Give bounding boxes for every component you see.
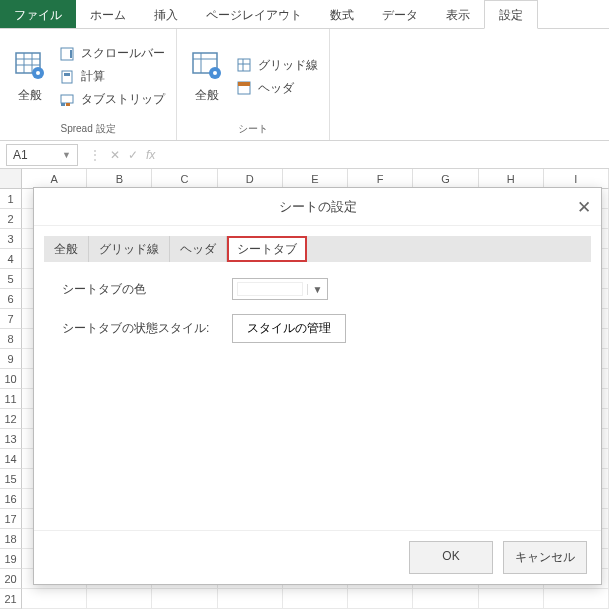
dialog-tab-sheettab[interactable]: シートタブ xyxy=(227,236,307,262)
ribbon-tab-insert[interactable]: 挿入 xyxy=(140,0,192,28)
chevron-down-icon: ▼ xyxy=(62,150,71,160)
scrollbar-label: スクロールバー xyxy=(81,45,165,62)
scrollbar-button[interactable]: スクロールバー xyxy=(54,42,170,65)
col-header[interactable]: C xyxy=(152,169,217,189)
ribbon-content: 全般 スクロールバー 計算 タブストリップ Spread 設定 xyxy=(0,29,609,141)
row-header[interactable]: 8 xyxy=(0,329,22,349)
dialog-tab-gridlines[interactable]: グリッド線 xyxy=(89,236,170,262)
grid-gear-icon xyxy=(14,49,46,81)
cell[interactable] xyxy=(283,589,348,609)
gridlines-label: グリッド線 xyxy=(258,57,318,74)
cell[interactable] xyxy=(22,589,87,609)
ribbon-tab-data[interactable]: データ xyxy=(368,0,432,28)
svg-point-18 xyxy=(213,71,217,75)
col-header[interactable]: D xyxy=(218,169,283,189)
col-header[interactable]: H xyxy=(479,169,544,189)
row-header[interactable]: 20 xyxy=(0,569,22,589)
svg-rect-8 xyxy=(70,50,72,58)
row-header[interactable]: 12 xyxy=(0,409,22,429)
row-header[interactable]: 18 xyxy=(0,529,22,549)
col-header[interactable]: A xyxy=(22,169,87,189)
sheet-tab-status-style-label: シートタブの状態スタイル: xyxy=(62,320,232,337)
row-header[interactable]: 4 xyxy=(0,249,22,269)
ribbon-tab-formula[interactable]: 数式 xyxy=(316,0,368,28)
ribbon-group-spread-label: Spread 設定 xyxy=(6,120,170,138)
tabstrip-button[interactable]: タブストリップ xyxy=(54,88,170,111)
svg-rect-13 xyxy=(66,103,70,106)
ribbon-group-sheet-label: シート xyxy=(183,120,323,138)
select-all-corner[interactable] xyxy=(0,169,22,189)
row-header[interactable]: 7 xyxy=(0,309,22,329)
col-header[interactable]: E xyxy=(283,169,348,189)
general-spread-button[interactable]: 全般 xyxy=(6,33,54,120)
cell[interactable] xyxy=(152,589,217,609)
cell[interactable] xyxy=(479,589,544,609)
ribbon-tab-file[interactable]: ファイル xyxy=(0,0,76,28)
svg-rect-10 xyxy=(64,73,70,76)
row-header[interactable]: 2 xyxy=(0,209,22,229)
row-header[interactable]: 17 xyxy=(0,509,22,529)
ribbon-tab-home[interactable]: ホーム xyxy=(76,0,140,28)
dialog-tab-general[interactable]: 全般 xyxy=(44,236,89,262)
calc-icon xyxy=(59,69,75,85)
dialog-tabs: 全般 グリッド線 ヘッダ シートタブ xyxy=(44,236,591,262)
svg-rect-12 xyxy=(61,103,65,106)
row-header[interactable]: 9 xyxy=(0,349,22,369)
ribbon-tabs: ファイル ホーム 挿入 ページレイアウト 数式 データ 表示 設定 xyxy=(0,0,609,29)
cell[interactable] xyxy=(218,589,283,609)
header-button[interactable]: ヘッダ xyxy=(231,77,323,100)
col-header[interactable]: F xyxy=(348,169,413,189)
ribbon-tab-settings[interactable]: 設定 xyxy=(484,0,538,29)
row-header[interactable]: 14 xyxy=(0,449,22,469)
row-header[interactable]: 6 xyxy=(0,289,22,309)
col-header[interactable]: I xyxy=(544,169,609,189)
row-header[interactable]: 11 xyxy=(0,389,22,409)
color-swatch xyxy=(237,282,303,296)
row-header[interactable]: 19 xyxy=(0,549,22,569)
name-box[interactable]: A1 ▼ xyxy=(6,144,78,166)
gridlines-icon xyxy=(236,57,252,73)
general-sheet-button[interactable]: 全般 xyxy=(183,33,231,120)
general-spread-label: 全般 xyxy=(18,87,42,104)
style-management-button[interactable]: スタイルの管理 xyxy=(232,314,346,343)
sheet-tab-color-label: シートタブの色 xyxy=(62,281,232,298)
row-header[interactable]: 13 xyxy=(0,429,22,449)
row-header[interactable]: 1 xyxy=(0,189,22,209)
cell[interactable] xyxy=(413,589,478,609)
cancel-formula-icon[interactable]: ✕ xyxy=(110,148,120,162)
tabstrip-label: タブストリップ xyxy=(81,91,165,108)
fx-icon[interactable]: fx xyxy=(146,148,155,162)
cell[interactable] xyxy=(544,589,609,609)
svg-rect-11 xyxy=(61,95,73,103)
row-header[interactable]: 15 xyxy=(0,469,22,489)
dialog-header: シートの設定 ✕ xyxy=(34,188,601,226)
separator: ⋮ xyxy=(88,147,102,163)
cell[interactable] xyxy=(87,589,152,609)
col-header[interactable]: G xyxy=(413,169,478,189)
accept-formula-icon[interactable]: ✓ xyxy=(128,148,138,162)
cell[interactable] xyxy=(348,589,413,609)
cancel-button[interactable]: キャンセル xyxy=(503,541,587,574)
ribbon-group-sheet: 全般 グリッド線 ヘッダ シート xyxy=(177,29,330,140)
row-header[interactable]: 21 xyxy=(0,589,22,609)
ok-button[interactable]: OK xyxy=(409,541,493,574)
dialog-tab-header[interactable]: ヘッダ xyxy=(170,236,227,262)
row-header[interactable]: 5 xyxy=(0,269,22,289)
sheet-settings-dialog: シートの設定 ✕ 全般 グリッド線 ヘッダ シートタブ シートタブの色 ▼ シー… xyxy=(33,187,602,585)
sheet-tab-color-picker[interactable]: ▼ xyxy=(232,278,328,300)
row-header[interactable]: 3 xyxy=(0,229,22,249)
svg-rect-23 xyxy=(238,82,250,86)
close-icon[interactable]: ✕ xyxy=(577,197,591,218)
ribbon-tab-view[interactable]: 表示 xyxy=(432,0,484,28)
svg-rect-19 xyxy=(238,59,250,71)
ribbon-tab-pagelayout[interactable]: ページレイアウト xyxy=(192,0,316,28)
dialog-footer: OK キャンセル xyxy=(34,530,601,584)
formula-bar: A1 ▼ ⋮ ✕ ✓ fx xyxy=(0,141,609,169)
calc-button[interactable]: 計算 xyxy=(54,65,170,88)
gridlines-button[interactable]: グリッド線 xyxy=(231,54,323,77)
row-header[interactable]: 16 xyxy=(0,489,22,509)
row-header[interactable]: 10 xyxy=(0,369,22,389)
svg-rect-9 xyxy=(62,71,72,83)
ribbon-group-spread: 全般 スクロールバー 計算 タブストリップ Spread 設定 xyxy=(0,29,177,140)
col-header[interactable]: B xyxy=(87,169,152,189)
